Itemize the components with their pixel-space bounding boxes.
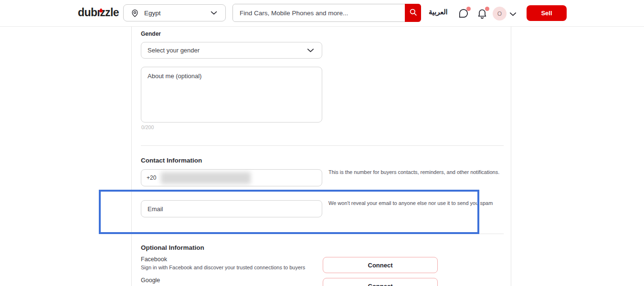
location-pin-icon (130, 9, 139, 18)
search-button[interactable] (405, 4, 421, 22)
location-value: Egypt (144, 10, 161, 17)
content-left-border (131, 27, 132, 286)
google-label: Google (141, 277, 160, 284)
chevron-down-icon (209, 8, 219, 18)
section-divider (141, 145, 504, 146)
language-toggle[interactable]: العربية (429, 8, 448, 16)
phone-country-prefix: +20 (147, 174, 156, 181)
search-bar (232, 4, 421, 22)
user-avatar[interactable]: O (493, 7, 507, 20)
gender-select[interactable]: Select your gender (141, 42, 322, 59)
about-me-textarea[interactable] (141, 67, 322, 123)
logo-text-pre: dub (78, 6, 97, 19)
contact-info-title: Contact Information (141, 157, 202, 164)
gender-label: Gender (141, 31, 161, 37)
phone-number-redacted (161, 172, 251, 184)
sell-button[interactable]: Sell (527, 5, 567, 21)
profile-edit-page: dubızzle Egypt (0, 0, 644, 286)
phone-input[interactable]: +20 (141, 169, 322, 186)
email-input[interactable] (141, 200, 322, 217)
facebook-label: Facebook (141, 256, 167, 263)
phone-help-text: This is the number for buyers contacts, … (328, 169, 510, 175)
notifications-button[interactable] (476, 8, 489, 20)
user-menu-chevron-icon[interactable] (508, 9, 518, 19)
bell-notification-badge (485, 7, 489, 11)
chat-notification-badge (466, 7, 471, 11)
google-connect-button[interactable]: Connect (323, 278, 438, 286)
email-help-text: We won't reveal your email to anyone els… (328, 200, 510, 206)
about-char-counter: 0/200 (141, 124, 154, 130)
facebook-connect-button[interactable]: Connect (323, 257, 438, 273)
dubizzle-logo[interactable]: dubızzle (78, 6, 119, 19)
chat-button[interactable] (458, 8, 470, 20)
gender-select-placeholder: Select your gender (148, 47, 200, 54)
optional-info-title: Optional Information (141, 244, 204, 251)
search-input[interactable] (233, 4, 405, 21)
chevron-down-icon (306, 45, 316, 55)
content-right-border (511, 27, 511, 286)
facebook-description: Sign in with Facebook and discover your … (141, 265, 305, 270)
section-divider (141, 234, 504, 234)
top-navbar: dubızzle Egypt (0, 0, 644, 27)
flame-icon (98, 3, 104, 8)
location-selector[interactable]: Egypt (123, 4, 226, 21)
search-icon (409, 8, 418, 18)
